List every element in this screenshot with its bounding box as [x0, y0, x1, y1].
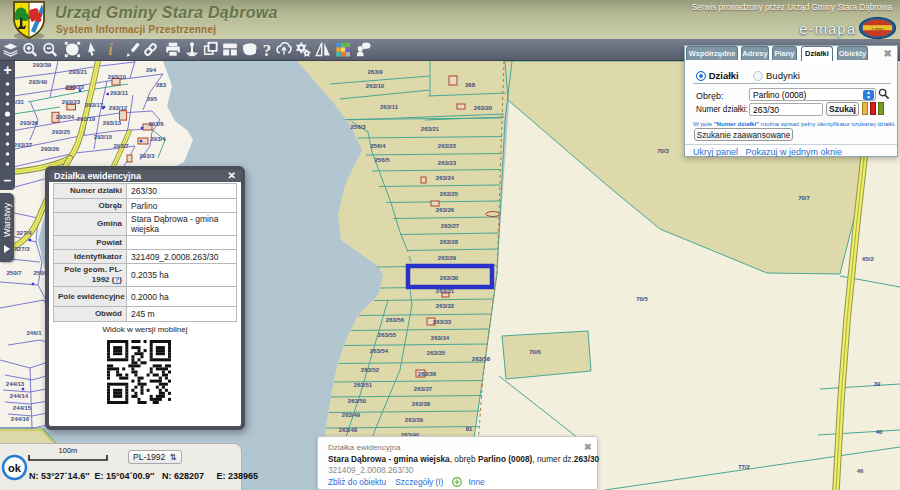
svg-text:263/34: 263/34	[431, 335, 450, 341]
svg-text:263/26: 263/26	[436, 207, 455, 213]
svg-text:263/30: 263/30	[440, 275, 459, 281]
svg-text:e-mapa: e-mapa	[872, 27, 884, 31]
svg-text:294: 294	[146, 67, 157, 73]
svg-text:293/7: 293/7	[113, 143, 129, 149]
svg-text:256/3: 256/3	[350, 124, 366, 130]
svg-text:263/10: 263/10	[366, 83, 385, 89]
svg-text:46: 46	[857, 468, 864, 474]
svg-text:250/7: 250/7	[6, 270, 22, 276]
svg-text:263/25: 263/25	[440, 191, 459, 197]
svg-text:293/23: 293/23	[62, 99, 81, 105]
svg-text:293/11: 293/11	[110, 90, 129, 96]
svg-text:263/55: 263/55	[378, 332, 397, 338]
svg-text:263/35: 263/35	[427, 350, 446, 356]
svg-text:263/22: 263/22	[438, 143, 457, 149]
svg-text:263/31: 263/31	[436, 288, 455, 294]
svg-text:293/6: 293/6	[148, 121, 164, 127]
svg-text:263/9: 263/9	[367, 69, 383, 75]
svg-text:256/5: 256/5	[374, 157, 390, 163]
svg-text:ok: ok	[8, 462, 22, 474]
svg-text:327/4: 327/4	[16, 230, 32, 236]
svg-text:293/25: 293/25	[52, 129, 71, 135]
svg-text:263/33: 263/33	[433, 319, 452, 325]
svg-text:368: 368	[465, 82, 476, 88]
svg-text:293/26: 293/26	[41, 146, 60, 152]
svg-text:77/2: 77/2	[738, 464, 750, 470]
svg-text:263/51: 263/51	[354, 382, 373, 388]
svg-text:70/3: 70/3	[657, 148, 669, 154]
svg-text:263/38: 263/38	[412, 401, 431, 407]
svg-text:263/32: 263/32	[436, 303, 455, 309]
svg-text:70/7: 70/7	[798, 195, 810, 201]
svg-text:293/22: 293/22	[66, 84, 85, 90]
svg-text:293/39: 293/39	[33, 62, 52, 68]
svg-text:244/13: 244/13	[6, 381, 25, 387]
svg-text:283: 283	[156, 82, 167, 88]
svg-text:295: 295	[147, 96, 158, 102]
svg-text:293/40: 293/40	[29, 79, 48, 85]
svg-text:263/54: 263/54	[370, 348, 389, 354]
svg-text:263/58: 263/58	[472, 356, 491, 362]
svg-text:81: 81	[466, 426, 473, 432]
svg-text:263/20: 263/20	[474, 105, 493, 111]
svg-text:263/27: 263/27	[441, 223, 460, 229]
svg-text:263/37: 263/37	[414, 386, 433, 392]
svg-text:244/15: 244/15	[13, 405, 32, 411]
svg-text:263/52: 263/52	[361, 367, 380, 373]
svg-text:?: ?	[263, 41, 272, 60]
svg-text:293/15: 293/15	[94, 134, 113, 140]
svg-text:293/37: 293/37	[14, 142, 33, 148]
svg-text:293/17: 293/17	[85, 102, 104, 108]
svg-text:263/39: 263/39	[405, 417, 424, 423]
svg-text:263/56: 263/56	[386, 317, 405, 323]
svg-text:263/21: 263/21	[421, 126, 440, 132]
svg-text:263/50: 263/50	[348, 398, 367, 404]
svg-text:263/48: 263/48	[339, 427, 358, 433]
svg-text:293/36: 293/36	[20, 120, 39, 126]
svg-text:263/24: 263/24	[436, 175, 455, 181]
svg-text:i: i	[108, 41, 113, 58]
svg-text:70/6: 70/6	[529, 349, 541, 355]
svg-text:293/24: 293/24	[56, 114, 75, 120]
svg-text:327/3: 327/3	[14, 246, 30, 252]
svg-text:293/10: 293/10	[108, 74, 127, 80]
svg-text:244/16: 244/16	[11, 416, 30, 422]
svg-text:40: 40	[876, 429, 883, 435]
svg-text:263/28: 263/28	[440, 239, 459, 245]
svg-text:244/14: 244/14	[10, 393, 29, 399]
svg-text:263/23: 263/23	[438, 160, 457, 166]
svg-text:263/29: 263/29	[438, 255, 457, 261]
svg-text:263/36: 263/36	[418, 371, 437, 377]
svg-text:293/21: 293/21	[69, 69, 88, 75]
svg-text:293/19: 293/19	[77, 116, 96, 122]
svg-text:65/2: 65/2	[862, 256, 874, 262]
svg-text:246/1: 246/1	[26, 330, 42, 336]
svg-text:293/4: 293/4	[150, 136, 166, 142]
svg-text:293/12: 293/12	[109, 105, 128, 111]
svg-text:263/11: 263/11	[380, 104, 399, 110]
svg-text:263/49: 263/49	[342, 412, 361, 418]
svg-text:256/4: 256/4	[370, 143, 386, 149]
svg-text:70/5: 70/5	[636, 296, 648, 302]
svg-text:293/3: 293/3	[139, 153, 155, 159]
svg-text:293/13: 293/13	[103, 120, 122, 126]
svg-text:39: 39	[874, 381, 881, 387]
